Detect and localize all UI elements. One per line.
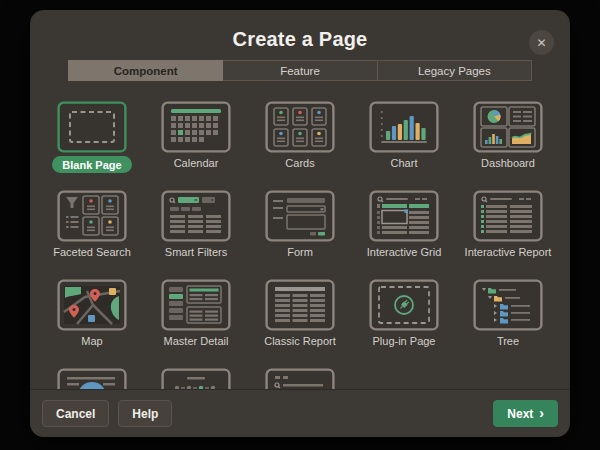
interactive-grid-icon xyxy=(369,190,439,242)
tile-label: Master Detail xyxy=(164,335,229,347)
tile-master-detail[interactable]: Master Detail xyxy=(161,279,231,352)
smart-filters-icon xyxy=(161,190,231,242)
plugin-page-icon xyxy=(369,279,439,331)
help-label: Help xyxy=(132,407,158,421)
close-button[interactable]: ✕ xyxy=(529,30,554,55)
tile-label: Blank Page xyxy=(52,156,131,173)
tile-form[interactable]: Form xyxy=(265,190,335,263)
tile-cards[interactable]: Cards xyxy=(265,101,335,174)
map-icon xyxy=(57,279,127,331)
tile-label: Smart Filters xyxy=(165,246,227,258)
dialog-title: Create a Page xyxy=(30,10,570,55)
tile-label: Calendar xyxy=(174,157,219,169)
chart-icon xyxy=(369,101,439,153)
tree-icon xyxy=(473,279,543,331)
tile-plugin-page[interactable]: Plug-in Page xyxy=(369,279,439,352)
tile-blank-page[interactable]: Blank Page xyxy=(52,101,131,174)
tile-faceted-search[interactable]: Faceted Search xyxy=(53,190,131,263)
dialog-footer: Cancel Help Next › xyxy=(30,389,570,437)
tab-bar: ComponentFeatureLegacy Pages xyxy=(68,60,532,81)
dashboard-icon xyxy=(473,101,543,153)
tile-tree[interactable]: Tree xyxy=(473,279,543,352)
tile-chart[interactable]: Chart xyxy=(369,101,439,174)
tile-label: Interactive Grid xyxy=(367,246,442,258)
tile-classic-report[interactable]: Classic Report xyxy=(264,279,336,352)
tab-legacy-pages[interactable]: Legacy Pages xyxy=(378,60,532,81)
help-button[interactable]: Help xyxy=(118,400,172,427)
tile-label: Cards xyxy=(285,157,314,169)
tile-map[interactable]: Map xyxy=(57,279,127,352)
tile-dashboard[interactable]: Dashboard xyxy=(473,101,543,174)
tab-component[interactable]: Component xyxy=(68,60,223,81)
tile-label: Faceted Search xyxy=(53,246,131,258)
tile-interactive-grid[interactable]: Interactive Grid xyxy=(367,190,442,263)
master-detail-icon xyxy=(161,279,231,331)
cancel-button[interactable]: Cancel xyxy=(42,400,109,427)
chevron-right-icon: › xyxy=(539,406,544,420)
close-icon: ✕ xyxy=(536,37,546,49)
form-icon xyxy=(265,190,335,242)
tile-interactive-report[interactable]: Interactive Report xyxy=(465,190,552,263)
tab-feature[interactable]: Feature xyxy=(223,60,377,81)
tile-label: Classic Report xyxy=(264,335,336,347)
tile-label: Interactive Report xyxy=(465,246,552,258)
calendar-icon xyxy=(161,101,231,153)
tile-label: Dashboard xyxy=(481,157,535,169)
tile-label: Map xyxy=(81,335,102,347)
interactive-report-icon xyxy=(473,190,543,242)
next-button[interactable]: Next › xyxy=(493,400,558,427)
blank-page-icon xyxy=(57,101,127,153)
create-page-dialog: Create a Page ✕ ComponentFeatureLegacy P… xyxy=(30,10,570,437)
cancel-label: Cancel xyxy=(56,407,95,421)
tile-label: Chart xyxy=(391,157,418,169)
next-label: Next xyxy=(507,407,533,421)
page-type-grid: Blank Page Calendar xyxy=(30,81,570,437)
tile-smart-filters[interactable]: Smart Filters xyxy=(161,190,231,263)
tile-label: Form xyxy=(287,246,313,258)
tile-label: Plug-in Page xyxy=(373,335,436,347)
faceted-search-icon xyxy=(57,190,127,242)
tile-calendar[interactable]: Calendar xyxy=(161,101,231,174)
tile-label: Tree xyxy=(497,335,519,347)
cards-icon xyxy=(265,101,335,153)
classic-report-icon xyxy=(265,279,335,331)
